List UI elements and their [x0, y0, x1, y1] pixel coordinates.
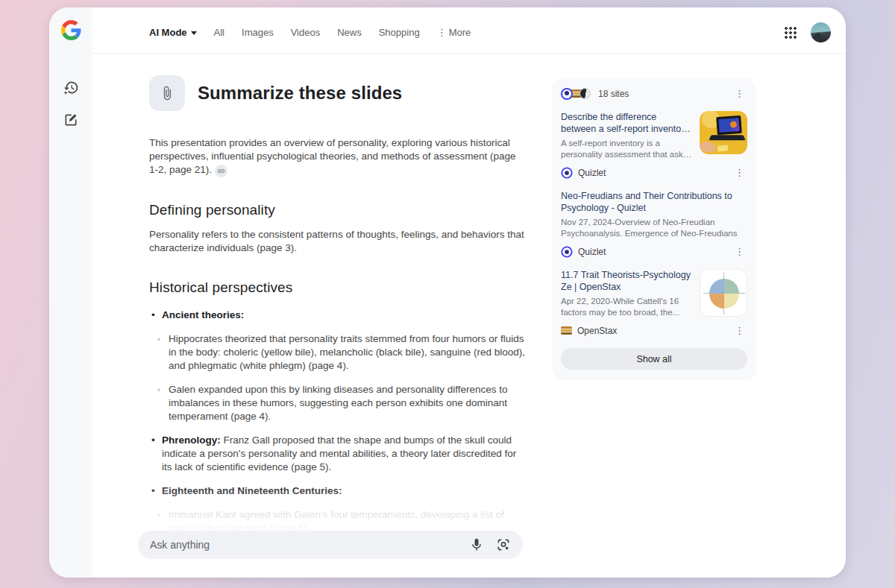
list-item: • Phrenology: Franz Gall proposed that t…	[149, 434, 525, 474]
kebab-icon: ⋮	[437, 27, 447, 38]
source-card-description: A self-report inventory is a personality…	[561, 138, 692, 160]
history-icon[interactable]	[58, 75, 84, 100]
query-title: Summarize these slides	[198, 83, 402, 104]
overflow-menu-icon[interactable]: ⋮	[732, 166, 747, 179]
bullet-bold: Eighteenth and Nineteenth Centuries:	[162, 485, 342, 496]
tab-videos[interactable]: Videos	[291, 27, 321, 38]
bullet-bold: Phrenology:	[162, 434, 221, 446]
citation-link-icon[interactable]	[215, 165, 227, 177]
top-navbar: AI Mode All Images Videos News Shopping …	[92, 7, 846, 54]
thumb-laptop-screen	[716, 116, 742, 135]
tab-more[interactable]: ⋮ More	[437, 27, 471, 38]
chevron-down-icon	[191, 31, 197, 35]
search-mode-tabs: AI Mode All Images Videos News Shopping …	[149, 27, 471, 38]
thumb-laptop-base	[709, 135, 745, 140]
tab-all[interactable]: All	[214, 27, 224, 38]
overflow-menu-icon[interactable]: ⋮	[732, 324, 747, 337]
bullet-icon: •	[151, 484, 162, 498]
source-name: Quizlet	[578, 247, 606, 257]
left-rail	[49, 7, 92, 578]
thumb-notepad	[717, 145, 729, 151]
list-subitem: ◦ Hippocrates theorized that personality…	[149, 332, 525, 373]
thumb-quadrant-wheel	[709, 279, 739, 309]
tab-ai-mode[interactable]: AI Mode	[149, 27, 197, 38]
bullet-icon: •	[151, 309, 162, 322]
compose-icon[interactable]	[58, 107, 84, 133]
overflow-menu-icon[interactable]: ⋮	[732, 87, 747, 100]
more-label: More	[449, 27, 471, 38]
bullet-list: • Ancient theories: ◦ Hippocrates theori…	[149, 309, 525, 535]
quizlet-favicon-icon	[561, 246, 572, 257]
bullet-text: Galen expanded upon this by linking dise…	[169, 384, 508, 422]
account-avatar[interactable]	[811, 22, 831, 42]
answer-intro-text: This presentation provides an overview o…	[149, 137, 516, 175]
desktop-background: AI Mode All Images Videos News Shopping …	[0, 0, 895, 588]
source-card-title[interactable]: Describe the difference between a self-r…	[561, 111, 692, 135]
sources-header: 18 sites ⋮	[561, 87, 747, 100]
google-logo[interactable]	[61, 20, 81, 40]
source-card-thumbnail[interactable]	[700, 269, 747, 317]
ai-answer-column: Summarize these slides This presentation…	[149, 54, 525, 578]
section-body: Personality refers to the consistent pat…	[149, 228, 525, 255]
source-card[interactable]: Describe the difference between a self-r…	[561, 111, 747, 179]
source-card[interactable]: Neo-Freudians and Their Contributions to…	[561, 190, 747, 258]
sources-panel: 18 sites ⋮ Describe the difference betwe…	[552, 78, 756, 380]
paperclip-icon	[160, 86, 175, 101]
source-card-title[interactable]: 11.7 Trait Theorists-Psychology Ze | Ope…	[561, 269, 692, 293]
tab-shopping[interactable]: Shopping	[379, 27, 420, 38]
source-card-thumbnail[interactable]	[700, 111, 747, 154]
list-item: • Ancient theories:	[149, 309, 525, 322]
tab-images[interactable]: Images	[242, 27, 274, 38]
section-heading-historical-perspectives: Historical perspectives	[149, 279, 525, 296]
openstax-favicon-icon	[561, 326, 572, 335]
ask-input[interactable]	[150, 539, 469, 551]
answer-intro: This presentation provides an overview o…	[149, 136, 525, 177]
quizlet-favicon-icon	[561, 167, 572, 178]
source-name: OpenStax	[577, 326, 617, 336]
source-card-description: Nov 27, 2024-Overview of Neo-Freudian Ps…	[561, 217, 747, 239]
section-heading-defining-personality: Defining personality	[149, 202, 525, 218]
rail-buttons	[58, 75, 84, 133]
bullet-hollow-icon: ◦	[157, 383, 169, 423]
source-card-title[interactable]: Neo-Freudians and Their Contributions to…	[561, 190, 747, 214]
attachment-chip[interactable]	[149, 75, 185, 111]
microphone-icon[interactable]	[469, 537, 484, 552]
overflow-menu-icon[interactable]: ⋮	[732, 245, 747, 258]
source-name: Quizlet	[578, 168, 606, 178]
source-favicons	[561, 88, 591, 100]
google-lens-icon[interactable]	[496, 537, 511, 552]
quizlet-favicon-icon	[561, 88, 573, 100]
tab-news[interactable]: News	[337, 27, 362, 38]
bullet-text: Hippocrates theorized that personality t…	[169, 333, 525, 371]
bullet-icon: •	[151, 434, 162, 474]
browser-window: AI Mode All Images Videos News Shopping …	[49, 7, 846, 578]
ai-mode-label: AI Mode	[149, 27, 187, 38]
main-content: Summarize these slides This presentation…	[92, 54, 846, 578]
query-row: Summarize these slides	[149, 75, 525, 111]
source-card-description: Apr 22, 2020-While Cattell's 16 factors …	[561, 296, 692, 318]
bullet-hollow-icon: ◦	[157, 332, 169, 373]
sites-count: 18 sites	[598, 89, 629, 99]
site-favicon-icon	[580, 88, 591, 99]
ask-bar[interactable]	[138, 531, 523, 559]
bullet-bold: Ancient theories:	[162, 309, 244, 320]
google-g-icon	[61, 20, 81, 40]
source-card[interactable]: 11.7 Trait Theorists-Psychology Ze | Ope…	[561, 269, 747, 337]
list-subitem: ◦ Galen expanded upon this by linking di…	[149, 383, 525, 423]
show-all-button[interactable]: Show all	[561, 348, 747, 370]
google-apps-grid-icon[interactable]	[785, 27, 797, 39]
avatar-mountain	[813, 32, 823, 39]
list-item: • Eighteenth and Nineteenth Centuries:	[149, 484, 525, 498]
thumb-hand	[700, 140, 717, 154]
